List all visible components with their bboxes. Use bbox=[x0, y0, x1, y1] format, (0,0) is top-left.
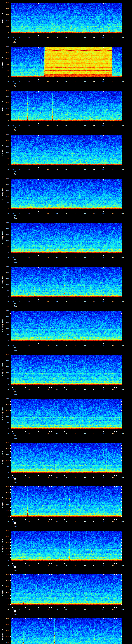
x-axis-tick-label: 35 bbox=[70, 345, 81, 346]
top-axis-tick bbox=[81, 486, 81, 487]
top-axis-tick bbox=[92, 135, 92, 135]
top-axis-tick bbox=[83, 91, 83, 91]
spectrogram-canvas bbox=[10, 135, 122, 165]
x-axis-tick bbox=[94, 299, 94, 300]
top-axis-tick bbox=[59, 267, 59, 267]
top-axis-tick bbox=[79, 135, 80, 135]
top-axis-tick bbox=[76, 267, 76, 268]
top-axis-tick bbox=[81, 91, 81, 91]
top-axis-tick bbox=[90, 530, 90, 531]
top-axis-tick bbox=[85, 399, 85, 400]
top-axis-tick bbox=[90, 618, 90, 619]
x-axis-tick bbox=[66, 343, 66, 344]
x-axis-tick-label: 10 bbox=[24, 564, 34, 566]
x-axis-tick bbox=[68, 388, 68, 388]
x-axis-tick bbox=[88, 168, 89, 168]
top-axis-tick bbox=[72, 574, 72, 575]
top-axis-tick bbox=[72, 3, 72, 3]
y-axis-minor-tick bbox=[10, 364, 10, 364]
top-axis-tick bbox=[36, 574, 37, 575]
y-axis-tick-label: 400 bbox=[0, 196, 9, 198]
top-axis-tick bbox=[16, 530, 16, 531]
y-axis-tick-label: 600 bbox=[0, 454, 9, 456]
x-axis-tick bbox=[86, 344, 87, 344]
top-axis-tick bbox=[18, 486, 18, 487]
top-axis-tick bbox=[72, 179, 72, 179]
x-axis-tick bbox=[79, 212, 80, 212]
x-axis-tick-label: 35 bbox=[70, 608, 81, 610]
x-axis-tick-label: 20 bbox=[42, 257, 53, 258]
x-axis-tick bbox=[94, 167, 94, 168]
y-axis-tick bbox=[121, 159, 122, 159]
x-axis-tick bbox=[50, 256, 50, 256]
top-axis-tick bbox=[50, 574, 50, 575]
x-axis-tick bbox=[27, 344, 28, 344]
x-axis-tick bbox=[36, 476, 37, 476]
x-axis-tick bbox=[88, 476, 89, 476]
y-axis-minor-tick bbox=[10, 639, 10, 640]
x-axis-tick bbox=[66, 519, 66, 520]
x-axis-tick bbox=[90, 607, 90, 608]
top-axis-tick bbox=[20, 311, 20, 312]
x-axis-tick-label: 15 bbox=[33, 433, 44, 434]
x-axis-tick bbox=[77, 432, 78, 432]
top-axis-tick bbox=[36, 267, 37, 267]
top-axis-tick bbox=[88, 223, 89, 223]
y-axis-tick-label: 0 bbox=[0, 428, 9, 430]
x-axis-tick bbox=[72, 256, 72, 256]
y-axis-tick-label: 0 bbox=[0, 32, 9, 34]
top-axis-tick bbox=[68, 3, 68, 3]
y-axis-tick bbox=[121, 59, 122, 59]
x-axis-tick bbox=[62, 519, 63, 520]
y-axis-tick-label: 600 bbox=[0, 586, 9, 587]
top-axis-tick bbox=[18, 135, 18, 135]
x-axis-tick bbox=[111, 432, 111, 432]
top-axis-tick bbox=[68, 399, 68, 399]
x-axis-tick bbox=[83, 388, 83, 388]
x-axis-tick bbox=[16, 607, 16, 608]
x-axis-tick bbox=[111, 607, 111, 608]
y-axis-tick bbox=[121, 560, 122, 561]
y-axis-tick-label: 600 bbox=[0, 14, 9, 16]
x-axis-tick bbox=[33, 124, 33, 124]
x-axis-tick bbox=[111, 563, 111, 564]
top-axis-tick bbox=[33, 3, 33, 3]
y-axis-tick bbox=[121, 297, 122, 297]
x-axis-tick bbox=[59, 432, 59, 432]
y-axis-title: Frequency (Hz) bbox=[2, 91, 4, 121]
x-axis-tick-label: 25 bbox=[52, 388, 62, 390]
x-axis-tick bbox=[66, 387, 66, 388]
top-axis-tick bbox=[20, 486, 20, 487]
x-axis-tick bbox=[14, 388, 14, 388]
top-axis-tick bbox=[90, 354, 90, 355]
top-axis-tick bbox=[83, 618, 83, 619]
top-axis-tick bbox=[107, 47, 107, 47]
y-axis-tick-label: 0 bbox=[0, 164, 9, 166]
top-axis-tick bbox=[20, 530, 20, 531]
x-axis-tick bbox=[94, 387, 94, 388]
x-axis-tick bbox=[102, 344, 102, 344]
top-axis-tick bbox=[33, 135, 33, 135]
x-axis-tick-label: 30 bbox=[61, 81, 72, 82]
x-axis-tick bbox=[66, 255, 66, 256]
y-axis-tick bbox=[121, 109, 122, 109]
x-axis-tick bbox=[102, 36, 102, 36]
top-axis-tick bbox=[72, 354, 72, 355]
top-axis-tick bbox=[33, 574, 33, 575]
panel-date-label: 2015 bbox=[7, 218, 23, 220]
top-axis-tick bbox=[107, 311, 107, 311]
top-axis-tick bbox=[94, 354, 94, 355]
x-axis-tick bbox=[94, 563, 94, 564]
spectrogram-canvas bbox=[10, 91, 122, 121]
x-axis-tick-label: 15 bbox=[33, 520, 44, 522]
top-axis-tick bbox=[102, 135, 102, 135]
y-axis-tick bbox=[10, 297, 10, 297]
top-axis-tick bbox=[76, 91, 76, 92]
x-axis-tick-label: 30 bbox=[61, 388, 72, 390]
top-axis-tick bbox=[88, 179, 89, 179]
y-axis-tick-label: 1000 bbox=[0, 574, 9, 575]
x-axis-tick bbox=[68, 476, 68, 476]
top-axis-tick bbox=[68, 530, 68, 531]
x-axis-tick bbox=[24, 344, 24, 344]
top-axis-tick bbox=[79, 3, 80, 3]
